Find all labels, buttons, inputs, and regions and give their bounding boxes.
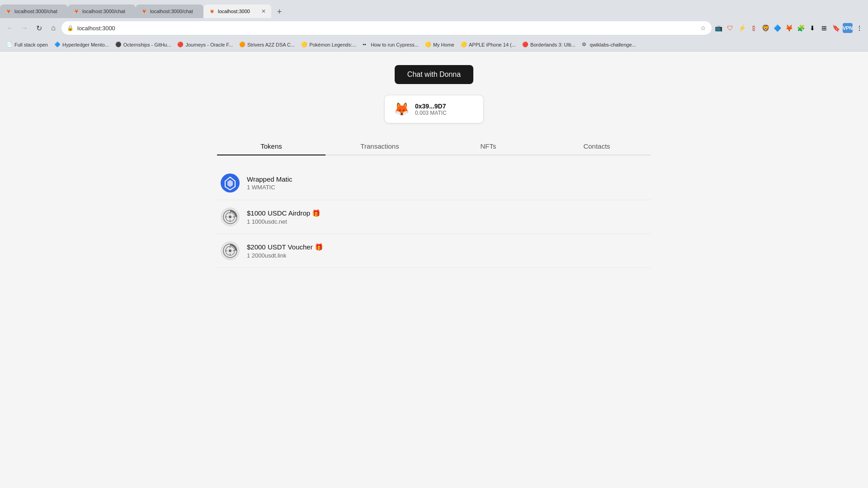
downloads-icon[interactable]: ⬇ bbox=[807, 23, 817, 33]
usdc-icon bbox=[221, 207, 240, 226]
window-controls-icon[interactable]: ⊞ bbox=[819, 23, 829, 33]
usdc-amount: 1 1000usdc.net bbox=[247, 218, 321, 225]
bookmark-fullstack[interactable]: 📄 Full stack open bbox=[4, 41, 51, 49]
bookmark-borderlands[interactable]: 🔴 Borderlands 3: Ulti... bbox=[519, 41, 578, 49]
browser-tab-3[interactable]: 🦊 localhost:3000/chat bbox=[136, 5, 203, 18]
tab-favicon-1: 🦊 bbox=[5, 8, 12, 14]
bookmark-label-octernships: Octernships - GitHu... bbox=[123, 42, 171, 47]
bookmark-favicon-myhome: 🟡 bbox=[425, 42, 431, 48]
bookmark-favicon-fullstack: 📄 bbox=[6, 42, 13, 48]
token-list: Wrapped Matic 1 WMATIC bbox=[217, 166, 651, 268]
usdc-name: $1000 USDC Airdrop 🎁 bbox=[247, 209, 321, 217]
bookmark-favicon-apple: 🟡 bbox=[461, 42, 467, 48]
wallet-card[interactable]: 🦊 0x39...9D7 0.003 MATIC bbox=[384, 95, 484, 123]
tab-contacts[interactable]: Contacts bbox=[542, 138, 651, 155]
metamask-extension-icon[interactable]: 🦊 bbox=[784, 23, 794, 33]
tab-bar: 🦊 localhost:3000/chat 🦊 localhost:3000/c… bbox=[0, 0, 868, 18]
extensions-icon[interactable]: 🧩 bbox=[796, 23, 806, 33]
bookmark-favicon-strivers: 🟠 bbox=[239, 42, 245, 48]
bookmark-label-journeys: Journeys - Oracle F... bbox=[185, 42, 233, 47]
tab-favicon-2: 🦊 bbox=[73, 8, 80, 14]
bookmark-label-fullstack: Full stack open bbox=[14, 42, 48, 47]
token-item-usdc[interactable]: $1000 USDC Airdrop 🎁 1 1000usdc.net bbox=[217, 200, 651, 234]
wmatic-info: Wrapped Matic 1 WMATIC bbox=[247, 175, 292, 191]
tab-favicon-3: 🦊 bbox=[141, 8, 147, 14]
bookmark-label-qwiklabs: qwiklabs-challenge... bbox=[590, 42, 636, 47]
bookmark-label-borderlands: Borderlands 3: Ulti... bbox=[530, 42, 576, 47]
bookmark-favicon-cypress: •• bbox=[363, 42, 369, 48]
bookmark-label-pokemon: Pokémon Legends:... bbox=[309, 42, 356, 47]
bookmarks-icon[interactable]: 🔖 bbox=[831, 23, 841, 33]
lock-icon: 🔒 bbox=[67, 25, 74, 31]
usdt-info: $2000 USDT Voucher 🎁 1 2000usdt.link bbox=[247, 243, 323, 259]
token-item-wmatic[interactable]: Wrapped Matic 1 WMATIC bbox=[217, 166, 651, 200]
new-tab-button[interactable]: + bbox=[273, 5, 286, 18]
bookmark-hyperledger[interactable]: 🔷 Hyperledger Mento... bbox=[52, 41, 112, 49]
tab-title-3: localhost:3000/chat bbox=[150, 9, 198, 14]
cast-icon[interactable]: 📺 bbox=[713, 23, 723, 33]
wallet-extension-icon[interactable]: 🔷 bbox=[772, 23, 782, 33]
bookmarks-bar: 📄 Full stack open 🔷 Hyperledger Mento...… bbox=[0, 38, 868, 52]
usdt-amount: 1 2000usdt.link bbox=[247, 252, 323, 259]
bookmark-favicon-journeys: 🔴 bbox=[177, 42, 184, 48]
wmatic-amount: 1 WMATIC bbox=[247, 184, 292, 191]
forward-button[interactable]: → bbox=[18, 22, 31, 34]
wallet-balance: 0.003 MATIC bbox=[415, 110, 447, 116]
reload-button[interactable]: ↻ bbox=[33, 22, 45, 34]
bookmark-qwiklabs[interactable]: ⚙ qwiklabs-challenge... bbox=[579, 41, 639, 49]
bookmark-favicon-pokemon: 🟡 bbox=[301, 42, 307, 48]
svg-point-6 bbox=[229, 216, 231, 218]
vpn-label[interactable]: VPN bbox=[843, 23, 853, 33]
bookmark-label-apple: APPLE iPhone 14 (... bbox=[469, 42, 516, 47]
browser-chrome: 🦊 localhost:3000/chat 🦊 localhost:3000/c… bbox=[0, 0, 868, 52]
usdt-name: $2000 USDT Voucher 🎁 bbox=[247, 243, 323, 251]
tabs-navigation: Tokens Transactions NFTs Contacts bbox=[217, 138, 651, 155]
address-bar[interactable]: 🔒 localhost:3000 ☆ bbox=[61, 21, 712, 35]
bookmark-octernships[interactable]: ⚫ Octernships - GitHu... bbox=[113, 41, 174, 49]
usdt-icon bbox=[221, 241, 240, 260]
wmatic-name: Wrapped Matic bbox=[247, 175, 292, 183]
bookmark-cypress[interactable]: •• How to run Cypress... bbox=[360, 41, 421, 49]
brave-shield-icon[interactable]: 🛡 bbox=[725, 23, 735, 33]
browser-tab-4[interactable]: 🦊 localhost:3000 ✕ bbox=[203, 5, 271, 18]
bookmark-strivers[interactable]: 🟠 Strivers A2Z DSA C... bbox=[236, 41, 297, 49]
tab-nfts[interactable]: NFTs bbox=[434, 138, 542, 155]
bookmark-favicon-octernships: ⚫ bbox=[115, 42, 122, 48]
bookmark-star-icon[interactable]: ☆ bbox=[700, 24, 706, 32]
page-content: Chat with Donna 🦊 0x39...9D7 0.003 MATIC… bbox=[0, 52, 868, 488]
brave-icon[interactable]: 🦁 bbox=[760, 23, 770, 33]
menu-button[interactable]: ⋮ bbox=[854, 23, 864, 33]
toolbar-right: 📺 🛡 ⚡ ₿ 🦁 🔷 🦊 🧩 ⬇ ⊞ 🔖 VPN ⋮ bbox=[713, 23, 864, 33]
browser-tab-1[interactable]: 🦊 localhost:3000/chat bbox=[0, 5, 68, 18]
token-item-usdt[interactable]: $2000 USDT Voucher 🎁 1 2000usdt.link bbox=[217, 234, 651, 268]
home-button[interactable]: ⌂ bbox=[47, 22, 60, 34]
back-button[interactable]: ← bbox=[4, 22, 16, 34]
tab-transactions[interactable]: Transactions bbox=[326, 138, 434, 155]
tab-favicon-4: 🦊 bbox=[209, 8, 215, 14]
bookmark-label-cypress: How to run Cypress... bbox=[371, 42, 419, 47]
bookmark-label-myhome: My Home bbox=[433, 42, 454, 47]
browser-tab-2[interactable]: 🦊 localhost:3000/chat bbox=[68, 5, 136, 18]
bookmark-favicon-borderlands: 🔴 bbox=[522, 42, 528, 48]
bookmark-favicon-hyperledger: 🔷 bbox=[54, 42, 61, 48]
bookmark-label-hyperledger: Hyperledger Mento... bbox=[62, 42, 109, 47]
bookmark-label-strivers: Strivers A2Z DSA C... bbox=[247, 42, 295, 47]
bookmark-myhome[interactable]: 🟡 My Home bbox=[422, 41, 457, 49]
bookmark-apple[interactable]: 🟡 APPLE iPhone 14 (... bbox=[458, 41, 519, 49]
crypto-icon[interactable]: ₿ bbox=[749, 23, 759, 33]
chat-with-donna-button[interactable]: Chat with Donna bbox=[395, 65, 473, 84]
svg-point-14 bbox=[229, 249, 231, 252]
tab-title-1: localhost:3000/chat bbox=[14, 9, 62, 14]
tab-title-2: localhost:3000/chat bbox=[82, 9, 130, 14]
wallet-address: 0x39...9D7 bbox=[415, 103, 447, 110]
wallet-metamask-icon: 🦊 bbox=[394, 102, 410, 117]
tab-close-4[interactable]: ✕ bbox=[261, 8, 266, 14]
bookmark-favicon-qwiklabs: ⚙ bbox=[582, 42, 588, 48]
bookmark-journeys[interactable]: 🔴 Journeys - Oracle F... bbox=[175, 41, 236, 49]
wallet-info: 0x39...9D7 0.003 MATIC bbox=[415, 103, 447, 116]
tab-tokens[interactable]: Tokens bbox=[217, 138, 326, 155]
vpn-icon[interactable]: ⚡ bbox=[737, 23, 747, 33]
toolbar: ← → ↻ ⌂ 🔒 localhost:3000 ☆ 📺 🛡 ⚡ ₿ 🦁 🔷 🦊… bbox=[0, 18, 868, 38]
usdc-info: $1000 USDC Airdrop 🎁 1 1000usdc.net bbox=[247, 209, 321, 225]
bookmark-pokemon[interactable]: 🟡 Pokémon Legends:... bbox=[298, 41, 359, 49]
